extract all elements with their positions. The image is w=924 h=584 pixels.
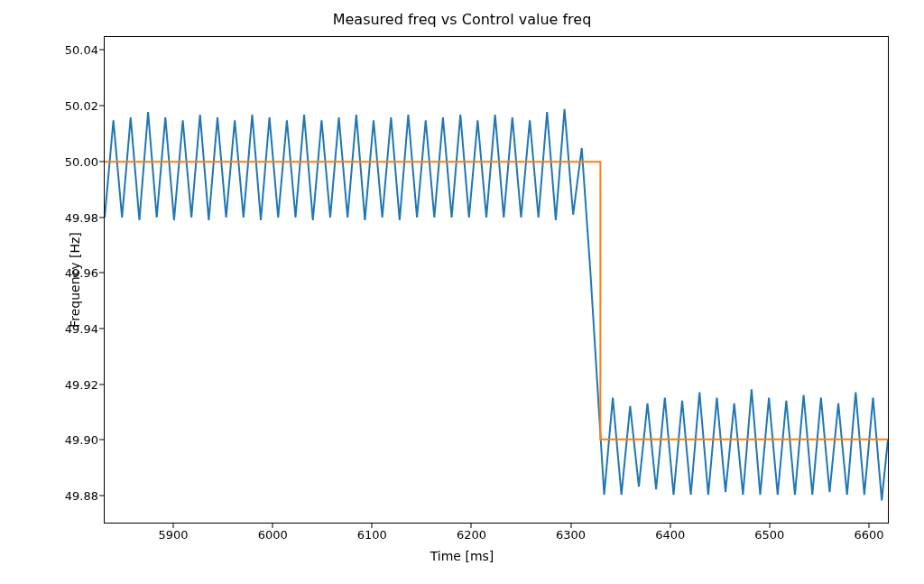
x-tick-label: 6500 [754,528,784,542]
x-tick-mark [471,524,472,528]
y-tick-mark [99,217,104,218]
y-tick-label: 50.02 [65,99,98,113]
y-tick-label: 49.98 [65,210,98,224]
x-tick-mark [173,524,174,528]
y-tick-mark [99,329,104,329]
y-tick-mark [99,440,104,440]
y-tick-mark [99,50,104,51]
x-tick-label: 6200 [457,528,486,542]
x-tick-label: 6600 [854,528,883,542]
x-tick-mark [670,524,670,528]
plot-svg [105,37,888,523]
x-tick-mark [769,524,770,528]
x-tick-label: 5900 [159,528,189,542]
y-tick-mark [99,496,104,496]
y-tick-label: 49.90 [65,433,98,447]
x-tick-mark [868,524,869,528]
y-axis-label: Frequency [Hz] [68,232,82,328]
x-tick-mark [273,524,273,528]
y-tick-label: 49.92 [65,377,98,391]
x-tick-label: 6100 [357,528,387,542]
x-tick-label: 6300 [556,528,586,542]
y-tick-label: 50.00 [65,154,98,168]
measured-series-line [105,109,888,500]
y-tick-label: 50.04 [65,43,98,57]
y-tick-mark [99,161,104,162]
x-tick-label: 6000 [258,528,288,542]
y-tick-mark [99,384,104,385]
x-axis-label: Time [ms] [0,549,924,563]
x-tick-mark [570,524,571,528]
control-series-line [105,162,888,439]
chart-title: Measured freq vs Control value freq [0,11,924,28]
chart-container: Measured freq vs Control value freq 49.8… [0,0,924,584]
y-tick-mark [99,273,104,273]
plot-area [104,36,889,524]
y-tick-mark [99,106,104,107]
x-tick-label: 6400 [655,528,685,542]
x-tick-mark [372,524,373,528]
y-tick-label: 49.88 [65,489,98,503]
